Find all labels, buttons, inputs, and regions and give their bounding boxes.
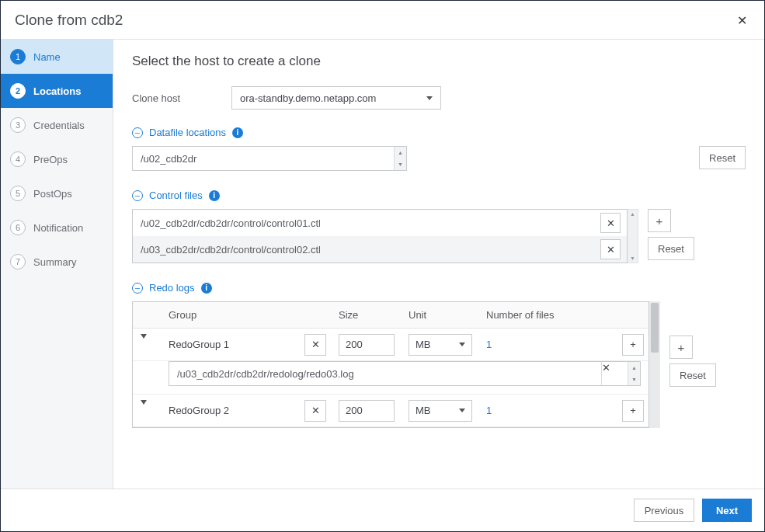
chevron-down-icon bbox=[459, 409, 465, 412]
datafile-stepper[interactable]: ▲▼ bbox=[394, 147, 406, 170]
scrollbar[interactable] bbox=[649, 301, 660, 428]
redogroup-row: RedoGroup 2 ✕ 200 MB 1 + bbox=[133, 395, 649, 427]
step-notification[interactable]: 6 Notification bbox=[1, 210, 113, 245]
collapse-icon[interactable]: – bbox=[132, 127, 143, 138]
unit-select[interactable]: MB bbox=[409, 334, 472, 356]
step-number: 3 bbox=[10, 117, 26, 133]
step-label: PreOps bbox=[33, 154, 68, 165]
scrollbar[interactable]: ▲▼ bbox=[628, 209, 638, 263]
redogroup-name: RedoGroup 1 bbox=[161, 339, 297, 350]
datafile-input[interactable] bbox=[133, 153, 394, 165]
redogroup-name: RedoGroup 2 bbox=[161, 405, 297, 416]
size-input[interactable]: 200 bbox=[339, 334, 395, 356]
dialog-body: 1 Name 2 Locations 3 Credentials 4 PreOp… bbox=[1, 39, 764, 489]
redologs-title: Redo logs bbox=[149, 282, 195, 294]
step-label: Name bbox=[33, 51, 61, 63]
step-number: 1 bbox=[10, 49, 26, 64]
delete-row-button[interactable]: ✕ bbox=[600, 239, 621, 259]
chevron-down-icon bbox=[459, 342, 465, 346]
redogroup-row: RedoGroup 1 ✕ 200 MB 1 + bbox=[133, 329, 649, 361]
controlfiles-section-head: – Control files i bbox=[132, 190, 746, 201]
delete-row-button[interactable]: ✕ bbox=[600, 213, 621, 233]
redologs-side-buttons: + Reset bbox=[669, 336, 716, 387]
step-number: 6 bbox=[10, 220, 26, 235]
expand-row-icon[interactable] bbox=[141, 334, 147, 350]
col-unit: Unit bbox=[401, 309, 478, 321]
redolog-file-row: /u03_cdb2dr/cdb2dr/redolog/redo03.log ✕ … bbox=[133, 361, 649, 395]
step-label: Notification bbox=[33, 222, 83, 234]
step-number: 7 bbox=[10, 254, 26, 269]
unit-select[interactable]: MB bbox=[409, 400, 472, 422]
datafile-title: Datafile locations bbox=[149, 127, 226, 138]
add-file-button[interactable]: + bbox=[622, 334, 644, 356]
add-controlfile-button[interactable]: + bbox=[648, 209, 671, 232]
size-input[interactable]: 200 bbox=[339, 400, 395, 422]
controlfiles-reset-button[interactable]: Reset bbox=[648, 237, 694, 260]
redologs-header: Group Size Unit Number of files bbox=[133, 302, 649, 329]
datafile-reset-button[interactable]: Reset bbox=[699, 146, 746, 169]
clone-dialog: Clone from cdb2 ✕ 1 Name 2 Locations 3 C… bbox=[0, 0, 765, 532]
info-icon[interactable]: i bbox=[232, 127, 243, 138]
dialog-title: Clone from cdb2 bbox=[15, 12, 123, 29]
controlfile-row: /u02_cdb2dr/cdb2dr/control/control01.ctl… bbox=[133, 210, 627, 236]
step-label: PostOps bbox=[33, 188, 72, 200]
controlfiles-list: /u02_cdb2dr/cdb2dr/control/control01.ctl… bbox=[132, 209, 628, 263]
redologs-section-head: – Redo logs i bbox=[132, 282, 746, 294]
step-summary[interactable]: 7 Summary bbox=[1, 245, 113, 279]
next-button[interactable]: Next bbox=[702, 499, 752, 522]
close-icon[interactable]: ✕ bbox=[734, 12, 750, 30]
col-num: Number of files bbox=[478, 309, 614, 321]
redologs-table: Group Size Unit Number of files RedoGrou… bbox=[132, 301, 649, 428]
datafile-row: ▲▼ Reset bbox=[132, 146, 746, 171]
step-number: 5 bbox=[10, 186, 26, 201]
clone-host-row: Clone host ora-standby.demo.netapp.com bbox=[132, 86, 746, 110]
dialog-footer: Previous Next bbox=[1, 489, 764, 531]
previous-button[interactable]: Previous bbox=[634, 499, 694, 522]
controlfiles-wrap: /u02_cdb2dr/cdb2dr/control/control01.ctl… bbox=[132, 209, 746, 263]
step-label: Summary bbox=[33, 256, 77, 268]
delete-group-button[interactable]: ✕ bbox=[304, 400, 326, 422]
controlfiles-side-buttons: + Reset bbox=[648, 209, 694, 260]
delete-file-button[interactable]: ✕ bbox=[601, 362, 628, 385]
file-stepper[interactable]: ▲▼ bbox=[628, 362, 640, 385]
expand-row-icon[interactable] bbox=[141, 400, 147, 416]
redologs-reset-button[interactable]: Reset bbox=[669, 363, 716, 387]
controlfile-path[interactable]: /u02_cdb2dr/cdb2dr/control/control01.ctl bbox=[141, 217, 596, 229]
delete-group-button[interactable]: ✕ bbox=[304, 334, 326, 356]
redolog-file-path[interactable]: /u03_cdb2dr/cdb2dr/redolog/redo03.log bbox=[169, 362, 601, 385]
chevron-down-icon bbox=[426, 96, 433, 100]
step-credentials[interactable]: 3 Credentials bbox=[1, 108, 113, 142]
info-icon[interactable]: i bbox=[209, 190, 220, 201]
col-size: Size bbox=[331, 309, 401, 321]
redologs-wrap: Group Size Unit Number of files RedoGrou… bbox=[132, 301, 746, 428]
page-heading: Select the host to create a clone bbox=[132, 54, 746, 69]
step-label: Locations bbox=[33, 85, 81, 97]
main-panel: Select the host to create a clone Clone … bbox=[113, 40, 764, 489]
clone-host-label: Clone host bbox=[132, 92, 231, 104]
add-file-button[interactable]: + bbox=[622, 400, 644, 422]
controlfiles-title: Control files bbox=[149, 190, 203, 201]
step-postops[interactable]: 5 PostOps bbox=[1, 176, 113, 210]
controlfile-row: /u03_cdb2dr/cdb2dr/control/control02.ctl… bbox=[133, 236, 627, 263]
add-redogroup-button[interactable]: + bbox=[669, 336, 693, 359]
col-group: Group bbox=[161, 309, 297, 321]
wizard-sidebar: 1 Name 2 Locations 3 Credentials 4 PreOp… bbox=[1, 40, 113, 489]
datafile-section-head: – Datafile locations i bbox=[132, 127, 746, 138]
titlebar: Clone from cdb2 ✕ bbox=[1, 1, 764, 39]
num-files-link[interactable]: 1 bbox=[478, 339, 614, 350]
step-number: 2 bbox=[10, 83, 26, 99]
num-files-link[interactable]: 1 bbox=[478, 405, 614, 416]
controlfile-path[interactable]: /u03_cdb2dr/cdb2dr/control/control02.ctl bbox=[141, 244, 596, 256]
datafile-input-wrap: ▲▼ bbox=[132, 146, 407, 171]
clone-host-value: ora-standby.demo.netapp.com bbox=[240, 92, 376, 104]
step-locations[interactable]: 2 Locations bbox=[1, 74, 113, 108]
step-preops[interactable]: 4 PreOps bbox=[1, 142, 113, 176]
collapse-icon[interactable]: – bbox=[132, 283, 143, 294]
step-name[interactable]: 1 Name bbox=[1, 40, 113, 74]
collapse-icon[interactable]: – bbox=[132, 190, 143, 201]
info-icon[interactable]: i bbox=[201, 283, 212, 294]
clone-host-select[interactable]: ora-standby.demo.netapp.com bbox=[231, 86, 441, 110]
step-number: 4 bbox=[10, 151, 26, 167]
step-label: Credentials bbox=[33, 120, 85, 131]
